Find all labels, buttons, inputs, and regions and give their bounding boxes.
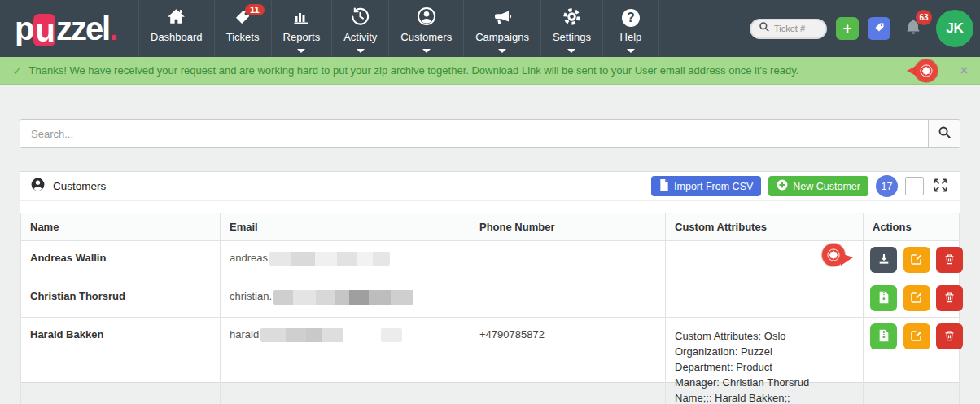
download-icon [877, 253, 890, 268]
select-all-checkbox[interactable] [905, 177, 924, 195]
file-icon [659, 179, 669, 193]
edit-button[interactable] [903, 285, 930, 311]
edit-button[interactable] [903, 323, 930, 349]
nav-label: Settings [553, 31, 591, 43]
nav-item-dashboard[interactable]: Dashboard [138, 0, 214, 57]
delete-button[interactable] [936, 247, 963, 273]
chevron-down-icon [627, 49, 635, 53]
row-actions [864, 318, 960, 404]
search-button[interactable] [928, 120, 960, 147]
search-icon [938, 125, 952, 142]
tickets-count-badge: 11 [245, 4, 265, 15]
fullscreen-toggle-button[interactable] [931, 178, 950, 195]
table-header-row: Name Email Phone Number Custom Attribute… [21, 213, 960, 241]
gear-icon [562, 6, 582, 27]
plus-circle-icon [777, 179, 788, 193]
import-from-csv-button[interactable]: Import From CSV [651, 176, 761, 196]
chevron-down-icon [297, 49, 305, 53]
redacted-email [260, 328, 343, 342]
customer-email: christian. [221, 279, 470, 318]
close-icon[interactable]: × [960, 64, 968, 78]
nav-item-reports[interactable]: Reports [271, 0, 332, 57]
table-row: Harald Bakken harald +4790785872 Custom … [21, 318, 960, 404]
home-icon [166, 6, 186, 27]
customers-panel: Customers Import From CSV New Customer 1… [20, 171, 960, 383]
search-icon [759, 21, 770, 36]
redacted-email [269, 252, 390, 266]
nav-item-settings[interactable]: Settings [540, 0, 602, 57]
delete-button[interactable] [936, 323, 963, 349]
column-header-actions: Actions [864, 213, 960, 241]
puzzel-logo[interactable]: puzzel. [0, 0, 138, 57]
redacted-email [273, 290, 413, 305]
customer-phone [470, 279, 666, 318]
new-ticket-button[interactable]: + [836, 17, 859, 40]
download-button[interactable] [870, 247, 897, 273]
history-icon [350, 6, 370, 27]
customers-table-wrap: Name Email Phone Number Custom Attribute… [20, 213, 960, 404]
nav-item-campaigns[interactable]: Campaigns [463, 0, 540, 57]
megaphone-icon [492, 6, 513, 27]
zip-download-button[interactable] [870, 323, 897, 349]
new-customer-button[interactable]: New Customer [768, 176, 868, 196]
customer-name: Harald Bakken [21, 318, 221, 404]
table-row: Christian Thorsrud christian. [21, 279, 960, 318]
customer-name: Christian Thorsrud [21, 279, 221, 318]
nav-label: Tickets [226, 31, 260, 43]
bar-chart-icon [291, 6, 311, 27]
logo-text: zzel [56, 11, 109, 47]
ticket-search-box[interactable] [750, 19, 827, 39]
customer-search-bar [20, 119, 960, 148]
panel-title: Customers [53, 180, 106, 192]
customer-name: Andreas Wallin [21, 241, 221, 279]
chevron-down-icon [498, 49, 506, 53]
panel-tools: Import From CSV New Customer 17 [651, 175, 950, 197]
avatar[interactable]: JK [936, 10, 973, 47]
page-content: Customers Import From CSV New Customer 1… [0, 85, 980, 383]
customer-email: andreas [221, 241, 470, 279]
check-icon: ✓ [12, 64, 23, 78]
topbar-right-tools: + 63 JK [750, 0, 980, 57]
nav-label: Activity [343, 31, 377, 43]
customer-custom-attributes [666, 279, 864, 318]
nav-label: Campaigns [475, 31, 529, 43]
logo-u-mark: u [33, 14, 55, 46]
logo-dot: . [109, 11, 116, 47]
zip-download-button[interactable] [870, 285, 897, 311]
nav-label: Reports [283, 31, 321, 43]
success-alert: ✓ Thanks! We have received your request … [0, 57, 980, 85]
question-icon: ? [622, 6, 640, 27]
nav-item-customers[interactable]: Customers [388, 0, 463, 57]
edit-icon [910, 291, 923, 306]
logo-text: p [15, 11, 33, 47]
notifications-button[interactable]: 63 [904, 18, 922, 39]
main-nav: Dashboard Tickets 11 Reports Activity [138, 0, 659, 57]
customers-panel-header: Customers Import From CSV New Customer 1… [20, 172, 960, 201]
person-circle-icon [30, 177, 46, 195]
plus-icon: + [842, 20, 851, 37]
alert-message: Thanks! We have received your request an… [29, 64, 799, 77]
customer-count-badge: 17 [876, 175, 898, 197]
search-input[interactable] [20, 120, 928, 147]
customer-email: harald [221, 318, 470, 404]
chevron-down-icon [357, 49, 365, 53]
row-actions [864, 241, 960, 279]
nav-label: Customers [400, 31, 452, 43]
customer-custom-attributes: Custom Attributes: Oslo Organization: Pu… [666, 318, 864, 404]
chevron-down-icon [422, 49, 431, 53]
column-header-name: Name [21, 213, 221, 241]
person-circle-icon [416, 6, 437, 27]
edit-icon [910, 329, 923, 345]
edit-button[interactable] [903, 247, 930, 273]
nav-item-activity[interactable]: Activity [331, 0, 388, 57]
star-burst-icon [915, 59, 938, 82]
nav-item-help[interactable]: ? Help [602, 0, 659, 57]
nav-item-tickets[interactable]: Tickets 11 [214, 0, 271, 57]
ticket-search-input[interactable] [774, 24, 818, 33]
delete-button[interactable] [936, 285, 963, 311]
column-header-custom-attributes: Custom Attributes [666, 213, 864, 241]
zip-file-icon [878, 329, 890, 345]
tags-button[interactable] [868, 17, 890, 40]
trash-icon [943, 291, 956, 306]
expand-icon [933, 178, 948, 195]
